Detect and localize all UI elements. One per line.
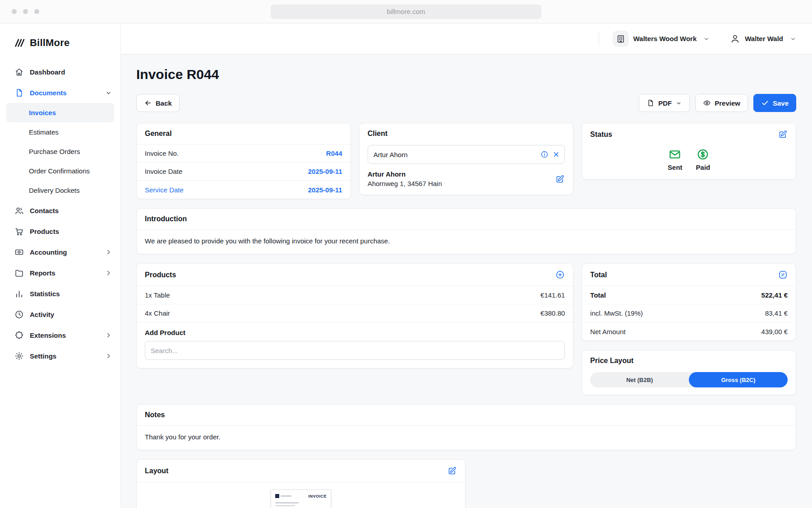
info-icon[interactable] xyxy=(540,150,549,158)
product-name: 1x Table xyxy=(145,291,170,299)
invoice-template-thumbnail[interactable]: INVOICE xyxy=(271,489,331,508)
home-icon xyxy=(14,67,24,77)
user-name: Walter Wald xyxy=(745,35,783,42)
check-icon xyxy=(761,99,769,107)
document-icon xyxy=(646,99,655,107)
layout-card-title: Layout xyxy=(145,467,168,475)
close-icon[interactable] xyxy=(552,150,560,158)
envelope-icon xyxy=(669,148,681,161)
page-title: Invoice R044 xyxy=(136,67,796,82)
client-search-actions xyxy=(540,145,560,164)
building-icon xyxy=(613,31,629,47)
introduction-card-title: Introduction xyxy=(145,215,187,223)
net-amount-row: Net Amount 439,00 € xyxy=(582,322,796,340)
gross-b2c-option[interactable]: Gross (B2C) xyxy=(689,372,788,387)
sidebar-item-order-confirmations[interactable]: Order Confirmations xyxy=(6,161,114,181)
banknote-icon xyxy=(14,247,24,257)
window-minimize-button[interactable] xyxy=(23,9,28,14)
chevron-right-icon xyxy=(105,248,112,256)
sidebar-item-invoices[interactable]: Invoices xyxy=(6,103,114,122)
invoice-number-value[interactable]: R044 xyxy=(326,149,342,157)
sidebar-item-estimates[interactable]: Estimates xyxy=(6,122,114,142)
price-layout-toggle: Net (B2B) Gross (B2C) xyxy=(590,372,788,387)
save-button-label: Save xyxy=(773,99,789,107)
status-card-title: Status xyxy=(590,130,612,139)
preview-button-label: Preview xyxy=(715,99,740,107)
cart-icon xyxy=(14,227,24,236)
person-icon xyxy=(730,33,740,44)
discount-button[interactable] xyxy=(778,270,788,280)
documents-submenu: Invoices Estimates Purchase Orders Order… xyxy=(0,103,120,200)
product-price: €380.80 xyxy=(540,309,565,317)
sidebar-item-dashboard[interactable]: Dashboard xyxy=(0,61,120,82)
window-maximize-button[interactable] xyxy=(34,9,39,14)
status-sent-badge[interactable]: Sent xyxy=(668,148,683,171)
general-card-title: General xyxy=(145,130,172,138)
user-menu[interactable]: Walter Wald xyxy=(730,33,797,44)
vat-value: 83,41 € xyxy=(765,309,788,317)
status-paid-badge[interactable]: Paid xyxy=(696,148,710,171)
total-card-title: Total xyxy=(590,271,607,279)
edit-status-button[interactable] xyxy=(778,130,788,139)
sub-item-label: Delivery Dockets xyxy=(29,186,80,194)
sidebar-item-extensions[interactable]: Extensions xyxy=(0,325,120,345)
pdf-button[interactable]: PDF xyxy=(639,94,690,112)
client-search-input[interactable] xyxy=(368,145,565,164)
sidebar-item-statistics[interactable]: Statistics xyxy=(0,283,120,304)
edit-client-button[interactable] xyxy=(555,174,565,184)
sidebar-item-products[interactable]: Products xyxy=(0,221,120,242)
service-date-label[interactable]: Service Date xyxy=(145,186,184,194)
divider xyxy=(137,482,465,482)
url-bar[interactable]: billmore.com xyxy=(271,5,541,19)
sidebar-item-activity[interactable]: Activity xyxy=(0,304,120,325)
sidebar-item-reports[interactable]: Reports xyxy=(0,262,120,283)
add-product-label: Add Product xyxy=(145,329,565,336)
notes-card-title: Notes xyxy=(145,411,165,419)
product-price: €141.61 xyxy=(540,291,565,299)
company-name: Walters Wood Work xyxy=(633,35,697,42)
sidebar-item-documents[interactable]: Documents xyxy=(0,82,120,103)
save-button[interactable]: Save xyxy=(753,94,796,112)
status-sent-label: Sent xyxy=(668,163,683,171)
company-selector[interactable]: Walters Wood Work xyxy=(613,31,710,47)
products-card: Products 1x Table €141.61 4x Chair xyxy=(136,263,573,368)
contacts-icon xyxy=(14,206,24,215)
invoice-date-value[interactable]: 2025-09-11 xyxy=(308,168,342,175)
add-product-section: Add Product xyxy=(137,322,573,368)
pdf-button-label: PDF xyxy=(658,99,672,107)
service-date-value[interactable]: 2025-09-11 xyxy=(308,186,342,194)
net-b2b-option[interactable]: Net (B2B) xyxy=(590,372,689,387)
product-row[interactable]: 1x Table €141.61 xyxy=(137,286,573,304)
back-button[interactable]: Back xyxy=(136,94,180,112)
sidebar-item-settings[interactable]: Settings xyxy=(0,345,120,366)
notes-card: Notes Thank you for your order. xyxy=(136,404,796,450)
layout-card: Layout INVOICE xyxy=(136,459,466,508)
status-badges: Sent Paid xyxy=(582,145,796,179)
sub-item-label: Purchase Orders xyxy=(29,148,80,155)
sub-item-label: Estimates xyxy=(29,128,59,136)
status-paid-label: Paid xyxy=(696,163,710,171)
window-close-button[interactable] xyxy=(12,9,17,14)
net-amount-label: Net Amount xyxy=(590,328,625,336)
preview-button[interactable]: Preview xyxy=(695,94,748,112)
gear-icon xyxy=(14,351,24,361)
status-card: Status Sent Paid xyxy=(581,123,796,180)
sidebar-item-contacts[interactable]: Contacts xyxy=(0,200,120,221)
introduction-text[interactable]: We are pleased to provide you with the f… xyxy=(137,230,796,254)
cards-grid: General Invoice No. R044 Invoice Date 20… xyxy=(136,123,796,508)
sidebar-nav: Dashboard Documents Invoices Estimates P… xyxy=(0,61,120,366)
sidebar-item-accounting[interactable]: Accounting xyxy=(0,242,120,262)
product-search-input[interactable] xyxy=(145,341,565,360)
net-amount-value: 439,00 € xyxy=(761,328,788,336)
sidebar-item-purchase-orders[interactable]: Purchase Orders xyxy=(6,142,114,161)
notes-text[interactable]: Thank you for your order. xyxy=(137,426,796,450)
edit-layout-button[interactable] xyxy=(448,466,457,475)
add-product-button[interactable] xyxy=(555,270,565,280)
product-row[interactable]: 4x Chair €380.80 xyxy=(137,304,573,322)
sidebar-item-label: Reports xyxy=(30,269,55,277)
thumbnail-text-line xyxy=(275,502,299,503)
thumbnail-text-line xyxy=(275,505,295,507)
sidebar-item-delivery-dockets[interactable]: Delivery Dockets xyxy=(6,181,114,200)
bar-chart-icon xyxy=(14,289,24,298)
total-label: Total xyxy=(590,291,606,299)
